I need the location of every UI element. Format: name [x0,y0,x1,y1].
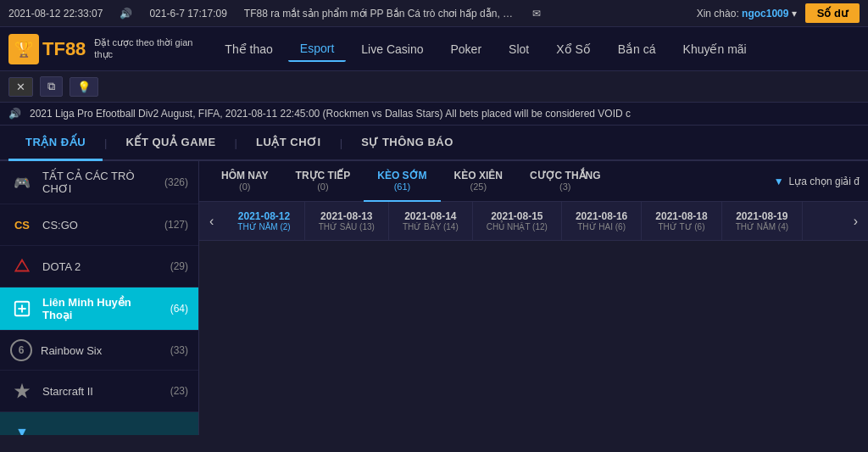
sidebar-item-csgo[interactable]: CS CS:GO (127) [0,204,198,246]
sidebar-count-dota2: (29) [170,260,188,272]
nav-items: Thể thao Esport Live Casino Poker Slot X… [213,36,860,62]
sidebar-count-all: (326) [164,176,188,188]
date-item-3[interactable]: 2021-08-15 CHỦ NHẬT (12) [473,202,562,240]
sidebar-label-dota2: DOTA 2 [42,260,162,273]
date-item-2[interactable]: 2021-08-14 THỨ BẢY (14) [389,202,473,240]
empty-content-area [199,241,868,275]
date-item-5[interactable]: 2021-08-18 THỨ TƯ (6) [642,202,721,240]
top-bar-right: Xin chào: ngoc1009 ▾ Số dư [697,3,860,23]
so-du-button[interactable]: Số dư [805,3,860,23]
nav-item-livecasino[interactable]: Live Casino [349,37,435,61]
speaker-icon: 🔊 [8,108,21,120]
chevron-down-icon[interactable]: ▾ [792,8,797,20]
sidebar-item-starcraft[interactable]: Starcraft II (23) [0,371,198,412]
close-button[interactable]: ✕ [8,77,33,97]
sidebar-item-rainbow-six[interactable]: 6 Rainbow Six (33) [0,331,198,371]
sidebar-count-rainbow-six: (33) [170,344,188,356]
filter-tabs: HÔM NAY (0) TRỰC TIẾP (0) KÈO SỚM (61) K… [199,161,868,202]
nav-item-thethao[interactable]: Thể thao [213,37,284,61]
sidebar-item-all-games[interactable]: 🎮 TẤT CẢ CÁC TRÒ CHƠI (326) [0,161,198,204]
logo-icon: 🏆 [8,34,39,64]
date-item-1[interactable]: 2021-08-13 THỨ SÁU (13) [305,202,389,240]
volume-icon: 🔊 [120,8,132,20]
nav-item-esport[interactable]: Esport [288,36,346,62]
top-bar: 2021-08-12 22:33:07 🔊 021-6-7 17:17:09 T… [0,0,868,27]
main-nav: 🏆 TF88 Đặt cược theo thời gian thực Thể … [0,27,868,71]
nav-item-khuyenmai[interactable]: Khuyến mãi [671,37,759,61]
top-bar-left: 2021-08-12 22:33:07 🔊 021-6-7 17:17:09 T… [8,8,541,20]
starcraft-icon [10,379,34,403]
filter-tab-tructiep[interactable]: TRỰC TIẾP (0) [282,161,364,202]
filter-tab-homnay[interactable]: HÔM NAY (0) [208,161,282,202]
tab-su-thong-bao[interactable]: SỰ THÔNG BÁO [344,126,470,161]
date-nav-right[interactable]: › [843,205,868,237]
mail-icon: ✉ [532,8,541,20]
date-nav-left[interactable]: ‹ [199,205,224,237]
sidebar-count-csgo: (127) [164,219,188,231]
logo-text: TF88 [42,38,86,60]
dota2-icon [10,254,34,278]
toolbar: ✕ ⧉ 💡 [0,71,868,103]
filter-right-label: Lựa chọn giải đ [789,176,860,187]
filter-icon: ▼ [774,176,784,187]
nav-item-poker[interactable]: Poker [438,37,493,61]
sidebar-label-lmht: Liên Minh Huyền Thoại [42,296,162,321]
greeting-text: Xin chào: ngoc1009 ▾ [697,8,797,20]
filter-tab-keosom[interactable]: KÈO SỚM (61) [364,161,440,202]
rainbow-six-icon: 6 [10,339,32,361]
sidebar-item-lmht[interactable]: Liên Minh Huyền Thoại (64) [0,287,198,331]
nav-item-xoso[interactable]: Xổ Số [544,37,603,61]
sidebar-label-starcraft: Starcraft II [42,385,162,398]
time2: 021-6-7 17:17:09 [149,8,226,20]
filter-tab-cuocthang[interactable]: CƯỢC THẮNG (3) [516,161,615,202]
main-tabs: TRẬN ĐẤU | KẾT QUẢ GAME | LUẬT CHƠI | SỰ… [0,126,868,161]
username: ngoc1009 [742,8,788,20]
lmht-icon [10,297,34,321]
sidebar-label-csgo: CS:GO [42,219,156,232]
marquee-text: 2021 Liga Pro Efootball Div2 August, FIF… [30,108,631,120]
date-row: ‹ 2021-08-12 THỨ NĂM (2) 2021-08-13 THỨ … [199,202,868,241]
sidebar-item-dota2[interactable]: DOTA 2 (29) [0,246,198,287]
datetime: 2021-08-12 22:33:07 [8,8,103,20]
sidebar-label-all: TẤT CẢ CÁC TRÒ CHƠI [42,170,156,195]
logo-subtitle: Đặt cược theo thời gian thực [94,37,196,59]
marquee-bar: 🔊 2021 Liga Pro Efootball Div2 August, F… [0,103,868,126]
marquee-preview: TF88 ra mắt sản phẩm mới PP Bắn Cá trò c… [244,8,515,20]
main-content: HÔM NAY (0) TRỰC TIẾP (0) KÈO SỚM (61) K… [199,161,868,435]
gamepad-icon: 🎮 [10,170,34,194]
sidebar-count-starcraft: (23) [170,385,188,397]
date-item-6[interactable]: 2021-08-19 THỨ NĂM (4) [722,202,803,240]
filter-right[interactable]: ▼ Lựa chọn giải đ [774,176,860,187]
logo: 🏆 TF88 Đặt cược theo thời gian thực [8,34,196,64]
sidebar: 🎮 TẤT CẢ CÁC TRÒ CHƠI (326) CS CS:GO (12… [0,161,199,435]
csgo-icon: CS [10,213,34,237]
tab-luat-choi[interactable]: LUẬT CHƠI [239,126,338,161]
nav-item-slot[interactable]: Slot [497,37,541,61]
sidebar-item-more[interactable]: ▼ [0,412,198,435]
sidebar-label-rainbow-six: Rainbow Six [41,344,162,357]
date-item-4[interactable]: 2021-08-16 THỨ HAI (6) [562,202,642,240]
more-icon: ▼ [10,421,34,435]
tab-tran-dau[interactable]: TRẬN ĐẤU [8,126,103,161]
bulb-button[interactable]: 💡 [70,77,98,97]
sidebar-count-lmht: (64) [170,303,188,315]
nav-item-banca[interactable]: Bắn cá [606,37,668,61]
filter-tab-keoxien[interactable]: KÈO XIÊN (25) [441,161,516,202]
tab-ket-qua-game[interactable]: KẾT QUẢ GAME [109,126,233,161]
content-area: 🎮 TẤT CẢ CÁC TRÒ CHƠI (326) CS CS:GO (12… [0,161,868,435]
date-item-0[interactable]: 2021-08-12 THỨ NĂM (2) [224,202,304,240]
restore-button[interactable]: ⧉ [40,76,63,97]
